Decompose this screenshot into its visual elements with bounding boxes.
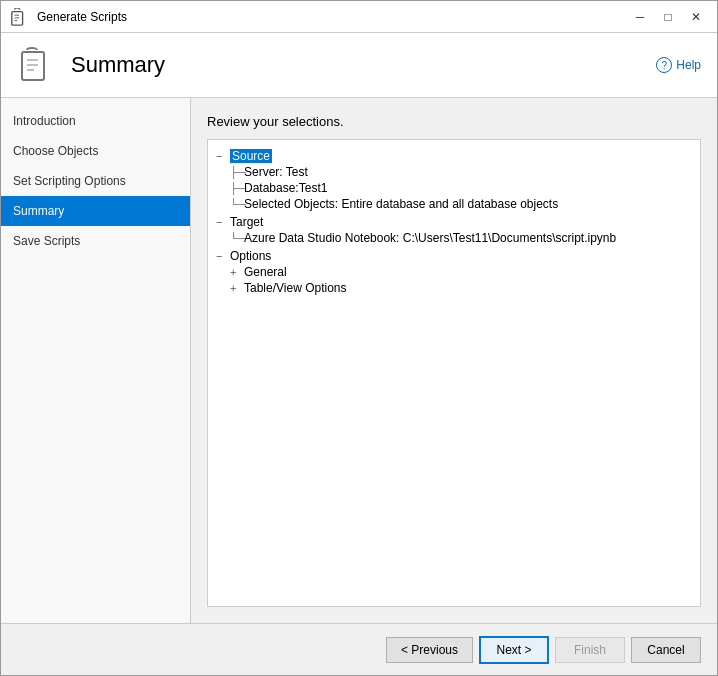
main-window: Generate Scripts ─ □ ✕ Summary ? Help: [0, 0, 718, 676]
help-link[interactable]: ? Help: [656, 57, 701, 73]
previous-button[interactable]: < Previous: [386, 637, 473, 663]
finish-button[interactable]: Finish: [555, 637, 625, 663]
minimize-button[interactable]: ─: [627, 7, 653, 27]
tree-selected-objects-row: └─ Selected Objects: Entire database and…: [216, 196, 692, 212]
main-header: Review your selections.: [207, 114, 701, 129]
source-label: Source: [230, 149, 272, 163]
help-label: Help: [676, 58, 701, 72]
tree-database-row: ├─ Database:Test1: [216, 180, 692, 196]
header-icon: [17, 45, 57, 85]
sidebar-item-choose-objects[interactable]: Choose Objects: [1, 136, 190, 166]
content-area: Introduction Choose Objects Set Scriptin…: [1, 98, 717, 623]
sidebar-item-set-scripting-options[interactable]: Set Scripting Options: [1, 166, 190, 196]
tableview-toggle[interactable]: +: [230, 282, 244, 294]
header-section: Summary ? Help: [1, 33, 717, 98]
tree-options-row: − Options: [216, 248, 692, 264]
options-toggle[interactable]: −: [216, 250, 230, 262]
app-icon: [9, 7, 29, 27]
footer: < Previous Next > Finish Cancel: [1, 623, 717, 675]
tree-server-row: ├─ Server: Test: [216, 164, 692, 180]
sidebar: Introduction Choose Objects Set Scriptin…: [1, 98, 191, 623]
target-toggle[interactable]: −: [216, 216, 230, 228]
page-title: Summary: [71, 52, 165, 78]
sidebar-item-introduction[interactable]: Introduction: [1, 106, 190, 136]
sidebar-item-save-scripts[interactable]: Save Scripts: [1, 226, 190, 256]
window-controls: ─ □ ✕: [627, 7, 709, 27]
selected-objects-label: Selected Objects: Entire database and al…: [244, 197, 558, 211]
svg-rect-4: [22, 52, 44, 80]
tableview-label: Table/View Options: [244, 281, 347, 295]
main-content: Review your selections. − Source ├─ Serv…: [191, 98, 717, 623]
tree-target-row: − Target: [216, 214, 692, 230]
database-label: Database:Test1: [244, 181, 327, 195]
tree-general-row: + General: [216, 264, 692, 280]
window-title: Generate Scripts: [37, 10, 627, 24]
general-toggle[interactable]: +: [230, 266, 244, 278]
source-toggle[interactable]: −: [216, 150, 230, 162]
target-label: Target: [230, 215, 263, 229]
server-label: Server: Test: [244, 165, 308, 179]
general-label: General: [244, 265, 287, 279]
close-button[interactable]: ✕: [683, 7, 709, 27]
review-label: Review your selections.: [207, 114, 344, 129]
options-label: Options: [230, 249, 271, 263]
help-icon: ?: [656, 57, 672, 73]
title-bar: Generate Scripts ─ □ ✕: [1, 1, 717, 33]
cancel-button[interactable]: Cancel: [631, 637, 701, 663]
notebook-label: Azure Data Studio Notebook: C:\Users\Tes…: [244, 231, 616, 245]
maximize-button[interactable]: □: [655, 7, 681, 27]
next-button[interactable]: Next >: [479, 636, 549, 664]
sidebar-item-summary[interactable]: Summary: [1, 196, 190, 226]
tree-notebook-row: └─ Azure Data Studio Notebook: C:\Users\…: [216, 230, 692, 246]
tree-source-row: − Source: [216, 148, 692, 164]
tree-panel: − Source ├─ Server: Test ├─ Database:Tes…: [207, 139, 701, 607]
tree-tableview-row: + Table/View Options: [216, 280, 692, 296]
